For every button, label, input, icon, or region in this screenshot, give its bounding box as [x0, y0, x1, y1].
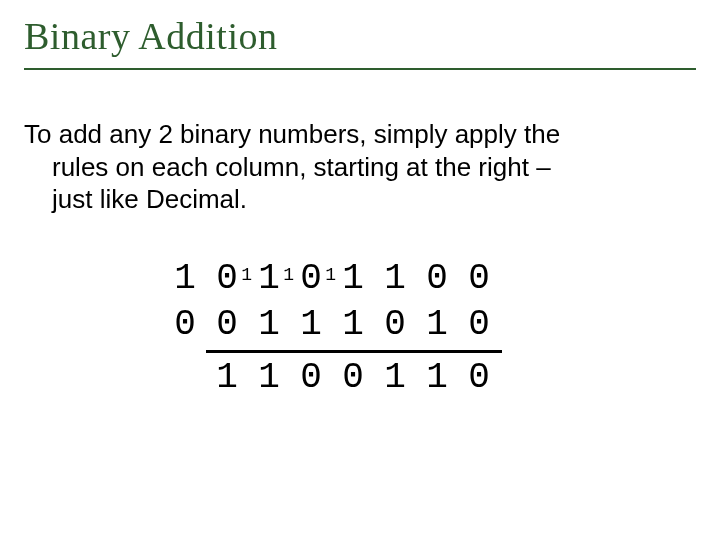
body-line-3: just like Decimal. — [52, 184, 247, 214]
digit: 0 — [332, 355, 374, 401]
digit: 01 — [206, 256, 248, 302]
digit: 1 — [290, 302, 332, 348]
digit: 1 — [206, 355, 248, 401]
digit: 1 — [416, 302, 458, 348]
digit: 1 — [332, 256, 374, 302]
digit: 11 — [248, 256, 290, 302]
digit: 0 — [416, 256, 458, 302]
addition-rule-line — [206, 350, 502, 353]
binary-addition-example: 10111011100 00111010 1100110 — [24, 256, 696, 401]
digit: 0 — [458, 355, 500, 401]
body-line-1: To add any 2 binary numbers, simply appl… — [24, 119, 560, 149]
addend-row-1: 10111011100 — [164, 256, 696, 302]
digit: 1 — [248, 302, 290, 348]
body-text: To add any 2 binary numbers, simply appl… — [24, 118, 696, 216]
slide: Binary Addition To add any 2 binary numb… — [0, 0, 720, 540]
sum-row: 1100110 — [164, 355, 696, 401]
digit: 1 — [374, 355, 416, 401]
addend-row-2: 00111010 — [164, 302, 696, 348]
body-line-2: rules on each column, starting at the ri… — [52, 152, 551, 182]
digit: 1 — [248, 355, 290, 401]
digit: 0 — [374, 302, 416, 348]
digit: 0 — [458, 302, 500, 348]
digit: 1 — [164, 256, 206, 302]
digit: 0 — [206, 302, 248, 348]
digit: 01 — [290, 256, 332, 302]
digit: 1 — [416, 355, 458, 401]
digit: 1 — [332, 302, 374, 348]
slide-title: Binary Addition — [24, 14, 696, 70]
digit: 0 — [290, 355, 332, 401]
digit: 1 — [374, 256, 416, 302]
digit: 0 — [164, 302, 206, 348]
digit: 0 — [458, 256, 500, 302]
